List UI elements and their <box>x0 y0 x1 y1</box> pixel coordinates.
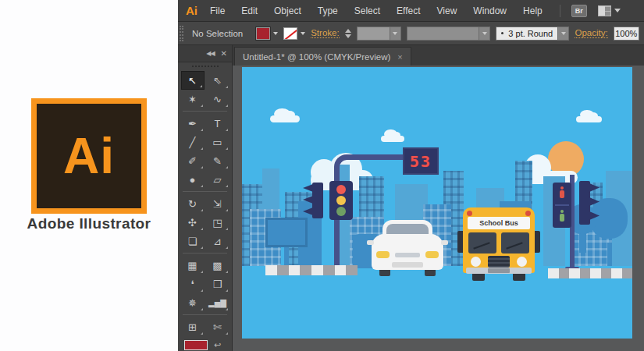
close-panel-icon[interactable]: ✕ <box>221 49 227 58</box>
pen-tool-icon[interactable]: ✒ <box>181 114 205 133</box>
tools-panel: ◀◀ ✕ ↖⇖✶∿✒T╱▭✐✎●▱↻⇲✣◳❏⊿▦▩❛❒✵▂▅▇⊞✄✌⚲ ↩ <box>178 45 233 351</box>
direct-selection-tool-icon[interactable]: ⇖ <box>206 71 229 90</box>
menu-item-select[interactable]: Select <box>354 5 380 16</box>
car-headlight <box>376 251 390 258</box>
swap-fill-stroke-icon[interactable]: ↩ <box>214 340 221 350</box>
tool-group-divider <box>183 191 227 192</box>
width-profile-select[interactable] <box>407 27 491 41</box>
tree-trunk <box>607 243 612 266</box>
menu-item-window[interactable]: Window <box>473 5 507 16</box>
signal-divider <box>555 204 569 206</box>
stroke-weight-select[interactable] <box>357 27 401 41</box>
red-stand-figure <box>558 186 566 199</box>
countdown-value: 53 <box>410 152 432 171</box>
yellow-light <box>336 196 346 205</box>
collapse-panel-icon[interactable]: ◀◀ <box>206 50 214 57</box>
eyedropper-tool-icon[interactable]: ❛ <box>181 275 205 293</box>
document-tab[interactable]: Untitled-1* @ 100% (CMYK/Preview) × <box>234 47 411 66</box>
panel-fill-swatch[interactable] <box>184 340 208 350</box>
gradient-tool-icon[interactable]: ▩ <box>206 256 229 275</box>
pedestrian-signal <box>553 183 571 228</box>
workspace-switcher[interactable] <box>598 5 621 16</box>
menu-item-object[interactable]: Object <box>274 5 301 16</box>
signal-silhouette <box>579 181 590 225</box>
menu-item-view[interactable]: View <box>437 5 457 16</box>
bus-marker-light <box>467 211 472 216</box>
billboard <box>265 218 308 247</box>
perspective-grid-tool-icon[interactable]: ⊿ <box>206 232 229 250</box>
stroke-label[interactable]: Stroke: <box>311 28 339 38</box>
magic-wand-tool-icon[interactable]: ✶ <box>181 90 205 108</box>
billboard-pole <box>284 245 289 267</box>
menu-item-file[interactable]: File <box>210 5 225 16</box>
free-transform-tool-icon[interactable]: ◳ <box>206 213 229 232</box>
chevron-down-icon <box>614 9 621 12</box>
canvas-pasteboard[interactable]: 53 <box>233 66 644 351</box>
fill-dropdown-icon[interactable] <box>273 32 278 35</box>
mesh-tool-icon[interactable]: ▦ <box>181 256 205 275</box>
blob-brush-tool-icon[interactable]: ● <box>181 170 205 189</box>
rectangle-tool-icon[interactable]: ▭ <box>206 133 229 151</box>
menu-item-type[interactable]: Type <box>318 5 338 16</box>
tool-group-divider <box>183 111 227 112</box>
crosswalk <box>265 265 358 275</box>
green-walk-figure <box>558 210 566 222</box>
slice-tool-icon[interactable]: ✄ <box>206 317 229 336</box>
bus-windshield <box>501 232 529 254</box>
traffic-light-silhouette <box>312 183 323 218</box>
pencil-tool-icon[interactable]: ✎ <box>206 151 229 170</box>
symbol-sprayer-tool-icon[interactable]: ✵ <box>181 293 205 312</box>
screenshot-root: Ai Adobe Illustrator Ai FileEditObjectTy… <box>0 0 644 351</box>
bus-sign: School Bus <box>468 217 530 229</box>
stroke-color-swatch[interactable] <box>283 27 297 40</box>
stroke-weight-stepper[interactable] <box>345 29 351 38</box>
bus-grille <box>488 256 510 268</box>
menu-items: FileEditObjectTypeSelectEffectViewWindow… <box>210 5 543 16</box>
tools-panel-grip[interactable] <box>178 62 232 70</box>
menu-item-edit[interactable]: Edit <box>241 5 258 16</box>
column-graph-tool-icon[interactable]: ▂▅▇ <box>206 293 229 312</box>
opacity-input[interactable]: 100% <box>614 27 639 41</box>
width-tool-icon[interactable]: ✣ <box>181 213 205 232</box>
tab-close-icon[interactable]: × <box>397 52 402 62</box>
crosswalk <box>548 268 632 278</box>
lasso-tool-icon[interactable]: ∿ <box>206 90 229 108</box>
blend-tool-icon[interactable]: ❒ <box>206 275 229 293</box>
eraser-tool-icon[interactable]: ▱ <box>206 170 229 189</box>
product-name: Adobe Illustrator <box>0 215 178 232</box>
document-tab-label: Untitled-1* @ 100% (CMYK/Preview) <box>243 52 390 62</box>
app-icon: Ai <box>186 4 197 17</box>
selection-status: No Selection <box>192 29 243 38</box>
menu-item-help[interactable]: Help <box>523 5 543 16</box>
brush-preview-dot <box>501 32 503 34</box>
car-grille <box>395 253 420 257</box>
artboard-tool-icon[interactable]: ⊞ <box>181 317 205 336</box>
brush-definition-select[interactable]: 3 pt. Round <box>496 27 569 41</box>
stroke-dropdown-icon[interactable] <box>301 32 305 35</box>
zoom-tool-icon[interactable]: ⚲ <box>206 336 229 339</box>
bus-headlight <box>471 257 481 267</box>
bridge-button[interactable]: Br <box>571 5 587 17</box>
tools-panel-header: ◀◀ ✕ <box>178 45 232 62</box>
hand-tool-icon[interactable]: ✌ <box>181 336 205 339</box>
bus-marker-light <box>525 211 531 216</box>
branding-pane: Ai Adobe Illustrator <box>0 0 178 351</box>
tool-group-divider <box>183 314 227 315</box>
fill-color-swatch[interactable] <box>256 27 270 40</box>
bus-headlight <box>517 257 527 267</box>
menu-item-effect[interactable]: Effect <box>397 5 420 16</box>
shape-builder-tool-icon[interactable]: ❏ <box>181 232 205 250</box>
panel-color-swatches: ↩ <box>178 339 232 351</box>
countdown-display: 53 <box>403 147 439 175</box>
selection-tool-icon[interactable]: ↖ <box>181 71 205 90</box>
rotate-tool-icon[interactable]: ↻ <box>181 194 205 213</box>
car-mirror <box>441 240 448 245</box>
type-tool-icon[interactable]: T <box>206 114 229 133</box>
opacity-label[interactable]: Opacity: <box>575 28 607 38</box>
document-area: Untitled-1* @ 100% (CMYK/Preview) × <box>233 45 644 351</box>
car-mirror <box>367 240 374 245</box>
line-segment-tool-icon[interactable]: ╱ <box>181 133 205 151</box>
paintbrush-tool-icon[interactable]: ✐ <box>181 151 205 170</box>
panel-grip[interactable] <box>180 26 183 41</box>
scale-tool-icon[interactable]: ⇲ <box>206 194 229 213</box>
